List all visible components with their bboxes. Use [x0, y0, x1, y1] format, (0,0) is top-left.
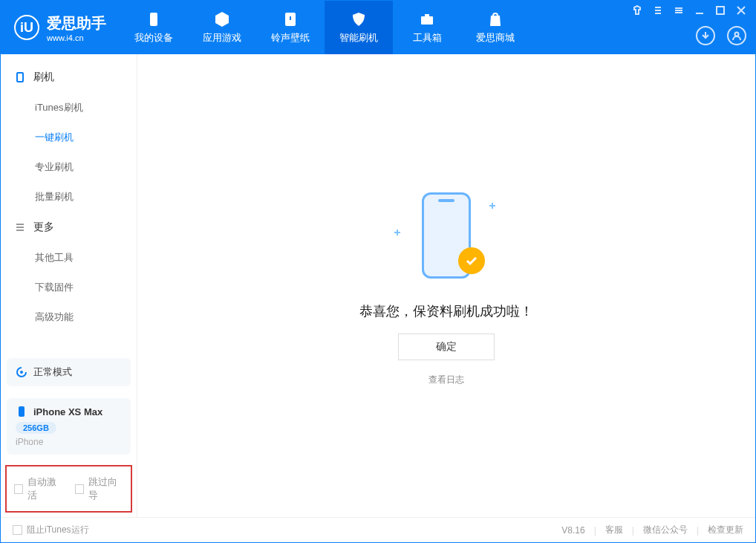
- svg-rect-2: [421, 16, 433, 25]
- checkbox-label: 自动激活: [27, 475, 62, 502]
- window-controls: [632, 5, 746, 16]
- storage-badge: 256GB: [16, 422, 56, 434]
- logo-text: 爱思助手 www.i4.cn: [47, 13, 106, 42]
- svg-point-5: [735, 33, 739, 36]
- success-illustration: [387, 185, 506, 289]
- separator: |: [594, 525, 596, 536]
- phone-fill-icon: [16, 406, 27, 417]
- tab-label: 爱思商城: [476, 31, 515, 45]
- sidebar-group-more: 更多: [1, 212, 137, 243]
- app-name: 爱思助手: [47, 13, 106, 33]
- confirm-button[interactable]: 确定: [398, 334, 495, 360]
- app-header: iU 爱思助手 www.i4.cn 我的设备 应用游戏 铃声壁纸 智能刷机 工具…: [1, 1, 755, 54]
- device-mode: 正常模式: [33, 365, 72, 379]
- tab-label: 工具箱: [413, 31, 442, 45]
- toolbox-icon: [418, 10, 436, 28]
- checkbox-block-itunes[interactable]: 阻止iTunes运行: [13, 524, 89, 536]
- sidebar-item-batch-flash[interactable]: 批量刷机: [1, 182, 137, 212]
- device-status-box[interactable]: 正常模式: [7, 358, 131, 386]
- sidebar-item-other-tools[interactable]: 其他工具: [1, 243, 137, 273]
- footer-links: V8.16 | 客服 | 微信公众号 | 检查更新: [561, 524, 743, 536]
- sidebar-item-advanced[interactable]: 高级功能: [1, 302, 137, 332]
- tab-my-device[interactable]: 我的设备: [120, 1, 188, 54]
- nav-tabs: 我的设备 应用游戏 铃声壁纸 智能刷机 工具箱 爱思商城: [120, 1, 529, 54]
- minimize-icon[interactable]: [694, 5, 705, 16]
- success-message: 恭喜您，保资料刷机成功啦！: [359, 302, 533, 320]
- sidebar-item-pro-flash[interactable]: 专业刷机: [1, 152, 137, 182]
- music-icon: [281, 10, 299, 28]
- checkbox-icon: [75, 484, 84, 494]
- main-content: 恭喜您，保资料刷机成功啦！ 确定 查看日志: [137, 54, 755, 517]
- user-icon[interactable]: [727, 26, 746, 45]
- download-icon[interactable]: [696, 26, 715, 45]
- tab-smart-flash[interactable]: 智能刷机: [325, 1, 393, 54]
- list-icon[interactable]: [653, 5, 663, 16]
- menu-icon[interactable]: [674, 5, 684, 16]
- svg-point-7: [20, 371, 23, 374]
- shirt-icon[interactable]: [632, 5, 642, 16]
- tab-ringtones[interactable]: 铃声壁纸: [256, 1, 325, 54]
- tab-label: 智能刷机: [339, 31, 378, 45]
- svg-rect-8: [19, 406, 25, 417]
- phone-small-icon: [14, 71, 26, 83]
- footer-link-support[interactable]: 客服: [605, 524, 623, 536]
- view-log-link[interactable]: 查看日志: [428, 374, 464, 386]
- header-actions: [696, 26, 746, 45]
- checkbox-auto-activate[interactable]: 自动激活: [14, 475, 63, 502]
- refresh-shield-icon: [350, 10, 368, 28]
- version-label: V8.16: [561, 525, 584, 536]
- svg-rect-6: [17, 73, 23, 82]
- group-title: 刷机: [33, 71, 54, 84]
- list-small-icon: [14, 221, 26, 233]
- svg-rect-3: [425, 14, 429, 16]
- footer: 阻止iTunes运行 V8.16 | 客服 | 微信公众号 | 检查更新: [1, 517, 755, 542]
- maximize-icon[interactable]: [715, 5, 726, 16]
- sparkle-icon: [489, 203, 495, 209]
- close-icon[interactable]: [736, 5, 746, 16]
- logo-block: iU 爱思助手 www.i4.cn: [1, 1, 120, 54]
- sync-icon: [16, 366, 27, 378]
- tab-apps-games[interactable]: 应用游戏: [188, 1, 256, 54]
- sidebar: 刷机 iTunes刷机 一键刷机 专业刷机 批量刷机 更多 其他工具 下载固件 …: [1, 54, 137, 517]
- svg-rect-4: [717, 7, 724, 14]
- header-right: [632, 1, 746, 54]
- sidebar-item-onekey-flash[interactable]: 一键刷机: [1, 123, 137, 152]
- app-logo-icon: iU: [14, 15, 39, 40]
- checkbox-icon: [14, 484, 23, 494]
- tab-label: 应用游戏: [203, 31, 241, 45]
- tab-label: 铃声壁纸: [271, 31, 310, 45]
- tab-store[interactable]: 爱思商城: [461, 1, 529, 54]
- device-type: iPhone: [16, 437, 122, 447]
- checkbox-label: 跳过向导: [88, 475, 123, 502]
- bag-icon: [486, 10, 504, 28]
- device-icon: [145, 10, 163, 28]
- sidebar-item-download-firmware[interactable]: 下载固件: [1, 273, 137, 302]
- device-info-box[interactable]: iPhone XS Max 256GB iPhone: [7, 398, 131, 455]
- footer-link-update[interactable]: 检查更新: [708, 524, 743, 536]
- svg-rect-0: [150, 13, 157, 26]
- sidebar-group-flash: 刷机: [1, 62, 137, 93]
- sidebar-item-itunes-flash[interactable]: iTunes刷机: [1, 93, 137, 123]
- checkbox-icon: [13, 525, 22, 535]
- options-box: 自动激活 跳过向导: [5, 465, 132, 513]
- footer-link-wechat[interactable]: 微信公众号: [643, 524, 688, 536]
- separator: |: [697, 525, 699, 536]
- cube-icon: [213, 10, 231, 28]
- app-url: www.i4.cn: [47, 33, 106, 42]
- tab-toolbox[interactable]: 工具箱: [393, 1, 461, 54]
- device-name: iPhone XS Max: [33, 406, 102, 417]
- checkbox-skip-wizard[interactable]: 跳过向导: [75, 475, 124, 502]
- sparkle-icon: [394, 230, 400, 235]
- body: 刷机 iTunes刷机 一键刷机 专业刷机 批量刷机 更多 其他工具 下载固件 …: [1, 54, 755, 517]
- tab-label: 我的设备: [134, 31, 173, 45]
- checkbox-label: 阻止iTunes运行: [27, 524, 89, 536]
- separator: |: [632, 525, 634, 536]
- sidebar-scroll: 刷机 iTunes刷机 一键刷机 专业刷机 批量刷机 更多 其他工具 下载固件 …: [1, 54, 137, 352]
- group-title: 更多: [33, 221, 54, 234]
- check-circle-icon: [458, 247, 485, 274]
